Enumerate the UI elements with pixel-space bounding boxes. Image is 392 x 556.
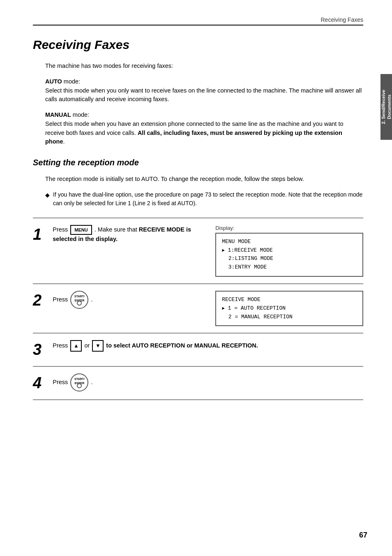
manual-mode-label: MANUAL bbox=[45, 111, 71, 118]
sidebar-tab: 2. Send/ReceiveDocuments bbox=[380, 74, 392, 140]
section-title: Setting the reception mode bbox=[33, 158, 363, 167]
arrow-up-button[interactable] bbox=[70, 340, 82, 352]
bullet-diamond-icon: ◆ bbox=[45, 191, 50, 199]
step-3-suffix: to select AUTO RECEPTION or MANUAL RECEP… bbox=[106, 342, 258, 349]
step-2-row: 2 Press . RECEIVE MODE ► 1 = AUTO RECEPT… bbox=[33, 284, 363, 333]
step-1-display: Display: MENU MODE ► 1:RECEIVE MODE 2:LI… bbox=[211, 218, 363, 284]
manual-mode-desc: Select this mode when you have an extens… bbox=[45, 120, 363, 146]
start-enter-button-2[interactable] bbox=[70, 291, 88, 309]
step-3-or: or bbox=[84, 342, 91, 349]
manual-mode-block: MANUAL mode: Select this mode when you h… bbox=[45, 111, 363, 146]
sidebar-label: 2. Send/ReceiveDocuments bbox=[380, 90, 392, 124]
arrow-down-button[interactable] bbox=[92, 340, 104, 352]
manual-desc-after: . bbox=[63, 138, 65, 145]
step-2-instruction: Press . bbox=[53, 296, 92, 303]
display-label-1: Display: bbox=[215, 225, 363, 231]
step-1-row: 1 Press MENU . Make sure that RECEIVE MO… bbox=[33, 218, 363, 284]
step-4-instruction: Press . bbox=[53, 379, 92, 385]
main-title: Receiving Faxes bbox=[33, 38, 363, 52]
auto-mode-desc: Select this mode when you only want to r… bbox=[45, 86, 363, 104]
step-4-prefix: Press bbox=[53, 379, 69, 385]
bullet-note: ◆ If you have the dual-line option, use … bbox=[45, 190, 363, 208]
step-3-number: 3 bbox=[33, 333, 53, 366]
auto-mode-suffix: mode: bbox=[62, 78, 80, 85]
intro-text: The machine has two modes for receiving … bbox=[45, 62, 363, 71]
step-4-row: 4 Press . bbox=[33, 366, 363, 400]
page-number: 67 bbox=[359, 531, 367, 540]
step-1-instruction: Press MENU . Make sure that RECEIVE MODE… bbox=[53, 226, 191, 242]
page-header: Receiving Faxes bbox=[33, 16, 363, 25]
step-1-content: Press MENU . Make sure that RECEIVE MODE… bbox=[53, 218, 211, 284]
step-4-content: Press . bbox=[53, 366, 363, 400]
display-box-2: RECEIVE MODE ► 1 = AUTO RECEPTION 2 = MA… bbox=[215, 291, 363, 326]
menu-button[interactable]: MENU bbox=[70, 225, 92, 235]
step-4-suffix: . bbox=[91, 379, 92, 385]
step-3-instruction: Press or to select AUTO RECEPTION or MAN… bbox=[53, 342, 258, 349]
step-2-number: 2 bbox=[33, 284, 53, 333]
display-box-1: MENU MODE ► 1:RECEIVE MODE 2:LISTING MOD… bbox=[215, 233, 363, 277]
step-1-prefix: Press bbox=[53, 226, 69, 233]
steps-table: 1 Press MENU . Make sure that RECEIVE MO… bbox=[33, 218, 363, 401]
step-2-suffix: . bbox=[91, 296, 92, 303]
step-3-prefix: Press bbox=[53, 342, 69, 349]
step-2-prefix: Press bbox=[53, 296, 69, 303]
bullet-note-text: If you have the dual-line option, use th… bbox=[53, 190, 363, 208]
manual-mode-suffix: mode: bbox=[71, 111, 89, 118]
step-3-content: Press or to select AUTO RECEPTION or MAN… bbox=[53, 333, 363, 366]
section-intro: The reception mode is initially set to A… bbox=[45, 175, 363, 184]
page-container: 2. Send/ReceiveDocuments Receiving Faxes… bbox=[0, 0, 392, 556]
header-title: Receiving Faxes bbox=[321, 16, 364, 23]
auto-mode-block: AUTO mode: Select this mode when you onl… bbox=[45, 77, 363, 104]
auto-mode-label: AUTO bbox=[45, 78, 62, 85]
step-1-number: 1 bbox=[33, 218, 53, 284]
step-4-number: 4 bbox=[33, 366, 53, 400]
step-2-display: RECEIVE MODE ► 1 = AUTO RECEPTION 2 = MA… bbox=[211, 284, 363, 333]
start-enter-inner-icon bbox=[77, 301, 82, 306]
start-enter-button-4[interactable] bbox=[70, 373, 88, 392]
step-2-content: Press . bbox=[53, 284, 211, 333]
step-3-row: 3 Press or to select AUTO RECEPTION or M… bbox=[33, 333, 363, 366]
start-enter-inner-icon-4 bbox=[77, 383, 82, 388]
